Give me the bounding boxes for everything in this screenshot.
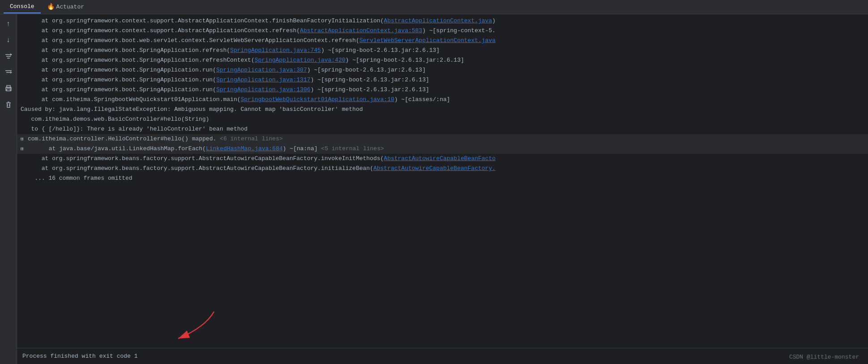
- clear-button[interactable]: [2, 98, 15, 111]
- filter-button[interactable]: [2, 50, 15, 63]
- collapse-icon-2[interactable]: ⊞: [21, 144, 27, 151]
- link-abstract-app-ctx-1[interactable]: AbstractApplicationContext.java: [384, 17, 492, 24]
- print-button[interactable]: [2, 82, 15, 95]
- tab-actuator[interactable]: 🔥Actuator: [41, 0, 90, 14]
- console-content: at org.springframework.context.support.A…: [17, 16, 868, 215]
- svg-rect-7: [7, 89, 10, 91]
- pin-button[interactable]: [2, 66, 15, 79]
- log-line: at org.springframework.boot.SpringApplic…: [17, 46, 868, 55]
- collapse-icon-1[interactable]: ⊞: [21, 135, 27, 141]
- hello-controller-line: ⊞com.itheima.controller.HelloController#…: [17, 134, 868, 144]
- log-line: at org.springframework.boot.web.servlet.…: [17, 36, 868, 46]
- tab-bar: Console 🔥Actuator: [0, 0, 868, 14]
- link-abstract-app-ctx-2[interactable]: AbstractApplicationContext.java:583: [300, 27, 422, 34]
- caused-by-line: Caused by: java.lang.IllegalStateExcepti…: [17, 105, 868, 114]
- abstract-autowire-2: at org.springframework.beans.factory.sup…: [17, 164, 868, 174]
- link-abstract-autowire-2[interactable]: AbstractAutowireCapableBeanFactory.: [373, 165, 496, 172]
- to-text: to { [/hello]}: There is already 'helloC…: [31, 126, 248, 132]
- link-spring-app-1317[interactable]: SpringApplication.java:1317: [216, 76, 311, 83]
- sidebar: ↑ ↓: [0, 14, 17, 364]
- flame-icon: 🔥: [47, 3, 55, 10]
- scroll-down-button[interactable]: ↓: [2, 34, 15, 47]
- link-spring-app-420[interactable]: SpringApplication.java:420: [255, 57, 346, 63]
- method-text: com.itheima.demos.web.BasicController#he…: [31, 116, 209, 123]
- log-line: at org.springframework.context.support.A…: [17, 26, 868, 36]
- method-line: com.itheima.demos.web.BasicController#he…: [17, 114, 868, 124]
- abstract-autowire-1: at org.springframework.beans.factory.sup…: [17, 154, 868, 164]
- process-finished-text: Process finished with exit code 1: [22, 353, 137, 360]
- bottom-bar: Process finished with exit code 1 CSDN @…: [17, 348, 868, 364]
- tab-console[interactable]: Console: [4, 0, 41, 13]
- log-line: at org.springframework.boot.SpringApplic…: [17, 55, 868, 65]
- main-container: ↑ ↓: [0, 14, 868, 364]
- log-line: at org.springframework.context.support.A…: [17, 16, 868, 26]
- csdn-label: CSDN @little-monster: [789, 354, 859, 360]
- link-spring-app-745[interactable]: SpringApplication.java:745: [230, 47, 321, 54]
- log-line: at org.springframework.boot.SpringApplic…: [17, 85, 868, 95]
- omitted-text: ... 16 common frames omitted: [21, 174, 133, 183]
- link-spring-app-307[interactable]: SpringApplication.java:307: [216, 67, 307, 73]
- link-main-app[interactable]: SpringbootWebQuickstart01Application.jav…: [240, 96, 394, 103]
- omitted-line: ... 16 common frames omitted: [17, 174, 868, 183]
- link-spring-app-1306[interactable]: SpringApplication.java:1306: [216, 86, 311, 93]
- scroll-up-button[interactable]: ↑: [2, 18, 15, 30]
- actuator-tab-label: Actuator: [56, 4, 84, 10]
- log-line: at com.itheima.SpringbootWebQuickstart01…: [17, 95, 868, 105]
- linked-hashmap-line: ⊞ at java.base/java.util.LinkedHashMap.f…: [17, 144, 868, 154]
- arrow-annotation: [169, 309, 259, 347]
- to-line: to { [/hello]}: There is already 'helloC…: [17, 124, 868, 134]
- caused-by-text: Caused by: java.lang.IllegalStateExcepti…: [21, 105, 363, 114]
- console-area[interactable]: at org.springframework.context.support.A…: [17, 14, 868, 364]
- log-line: at org.springframework.boot.SpringApplic…: [17, 75, 868, 85]
- empty-line: [17, 183, 868, 197]
- log-line: at org.springframework.boot.SpringApplic…: [17, 65, 868, 75]
- link-servlet-ctx[interactable]: ServletWebServerApplicationContext.java: [359, 37, 496, 44]
- console-tab-label: Console: [10, 3, 34, 10]
- link-abstract-autowire-1[interactable]: AbstractAutowireCapableBeanFacto: [384, 155, 496, 162]
- link-linked-hashmap[interactable]: LinkedHashMap.java:684: [206, 145, 283, 152]
- svg-point-8: [10, 88, 11, 89]
